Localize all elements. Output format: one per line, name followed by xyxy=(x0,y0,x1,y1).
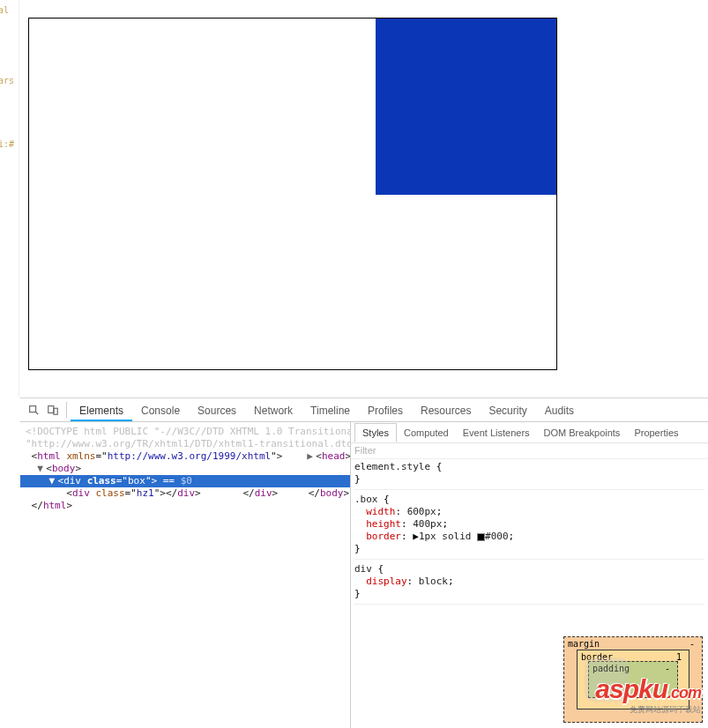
dom-html[interactable]: <html xmlns="http://www.w3.org/1999/xhtm… xyxy=(20,450,284,462)
dom-body[interactable]: ▼<body> xyxy=(20,463,83,474)
styles-tab-event[interactable]: Event Listeners xyxy=(456,424,537,442)
gutter-fragment: i:# xyxy=(0,139,14,149)
boxmodel-margin-label: margin xyxy=(568,639,600,649)
rule-box[interactable]: .box { width: 600px; height: 400px; bord… xyxy=(354,494,704,560)
styles-tabbar: Styles Computed Event Listeners DOM Brea… xyxy=(351,422,708,443)
tab-sources[interactable]: Sources xyxy=(189,399,245,421)
box-model-diagram[interactable]: margin - border 1 padding - xyxy=(558,631,708,728)
color-swatch-icon[interactable] xyxy=(477,533,485,541)
dom-html-close[interactable]: </html> xyxy=(20,500,74,511)
divider xyxy=(66,402,67,418)
tab-network[interactable]: Network xyxy=(245,399,302,421)
dom-doctype: "http://www.w3.org/TR/xhtml1/DTD/xhtml1-… xyxy=(20,438,351,449)
devtools-panel: Elements Console Sources Network Timelin… xyxy=(20,397,708,728)
device-toggle-icon[interactable] xyxy=(43,400,63,420)
styles-tab-computed[interactable]: Computed xyxy=(397,424,456,442)
box-element[interactable] xyxy=(28,18,557,370)
styles-panel: Styles Computed Event Listeners DOM Brea… xyxy=(351,422,708,728)
tab-elements[interactable]: Elements xyxy=(71,399,132,421)
gutter-fragment: ars xyxy=(0,76,14,85)
styles-filter-input[interactable]: Filter xyxy=(351,443,708,459)
boxmodel-margin-value: - xyxy=(689,639,695,649)
styles-tab-props[interactable]: Properties xyxy=(627,424,685,442)
tab-console[interactable]: Console xyxy=(132,399,189,421)
dom-box-close[interactable]: </div> xyxy=(208,487,279,499)
rendered-page xyxy=(19,0,708,397)
tab-audits[interactable]: Audits xyxy=(536,399,583,421)
elements-dom-tree[interactable]: <!DOCTYPE html PUBLIC "-//W3C//DTD XHTML… xyxy=(20,422,351,728)
rule-elementstyle[interactable]: element.style {} xyxy=(354,461,704,490)
dom-hz1[interactable]: <div class="hz1"></div> xyxy=(20,487,203,499)
styles-tab-styles[interactable]: Styles xyxy=(354,423,397,442)
tab-timeline[interactable]: Timeline xyxy=(302,399,359,421)
inspect-icon[interactable] xyxy=(24,400,43,420)
hz1-element[interactable] xyxy=(376,19,556,195)
rule-div[interactable]: div { display: block; } xyxy=(354,563,704,605)
dom-box-selected[interactable]: ▼<div class="box"> == $0 xyxy=(20,475,350,487)
boxmodel-padding-value: - xyxy=(665,664,670,673)
tab-security[interactable]: Security xyxy=(480,399,535,421)
devtools-tabbar: Elements Console Sources Network Timelin… xyxy=(20,398,708,422)
editor-gutter: al ars i:# xyxy=(0,0,19,397)
dom-doctype: <!DOCTYPE html PUBLIC "-//W3C//DTD XHTML… xyxy=(20,426,351,437)
dom-body-close[interactable]: </body> xyxy=(286,487,351,499)
boxmodel-padding-label: padding xyxy=(592,664,630,673)
expand-icon[interactable]: ▶ xyxy=(413,531,419,542)
svg-rect-1 xyxy=(48,406,54,413)
tab-resources[interactable]: Resources xyxy=(412,399,480,421)
tab-profiles[interactable]: Profiles xyxy=(359,399,412,421)
svg-rect-0 xyxy=(30,406,36,412)
styles-tab-dombp[interactable]: DOM Breakpoints xyxy=(537,424,628,442)
svg-rect-2 xyxy=(54,408,57,414)
gutter-fragment: al xyxy=(0,5,9,15)
dom-head[interactable]: ▶<head>…</head> xyxy=(290,450,351,462)
